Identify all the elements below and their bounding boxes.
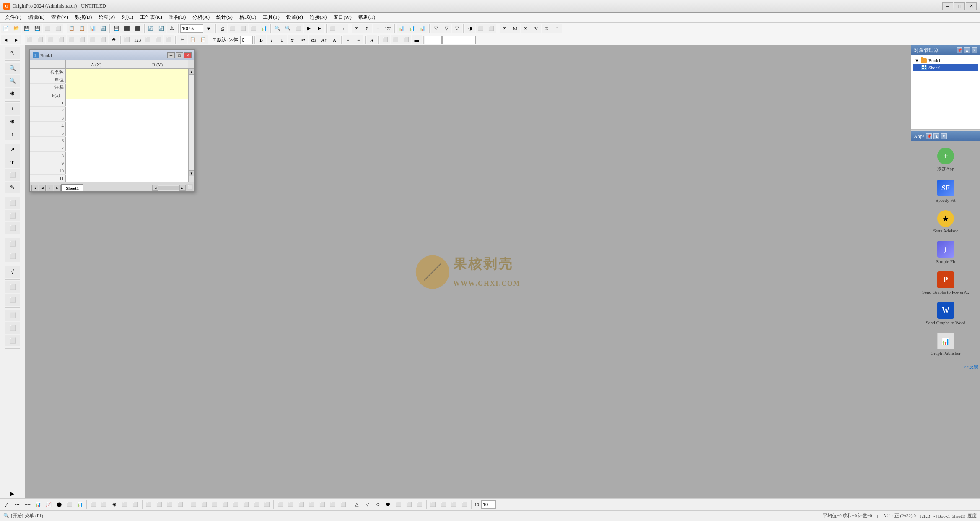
- bt31[interactable]: ⬜: [328, 500, 338, 509]
- cell-b-longname[interactable]: [127, 69, 188, 76]
- bt42[interactable]: ⬜: [449, 500, 459, 509]
- send-ppt-item[interactable]: P Send Graphs to PowerP...: [913, 268, 978, 297]
- menu-stats[interactable]: 统计(S): [213, 13, 236, 22]
- tb47[interactable]: I: [552, 24, 562, 33]
- menu-format[interactable]: 格式(O): [236, 13, 260, 22]
- bt20[interactable]: ⬜: [210, 500, 220, 509]
- draw-tool9[interactable]: ⬜: [5, 210, 20, 221]
- scrollbar-vertical[interactable]: ▲ ▼: [188, 69, 194, 176]
- tb5[interactable]: ⬜: [43, 24, 53, 33]
- menu-connect[interactable]: 连接(N): [306, 13, 330, 22]
- bt11[interactable]: ◉: [109, 500, 119, 509]
- tb29[interactable]: Σ: [352, 24, 362, 33]
- cell-a-10[interactable]: [66, 167, 127, 175]
- obj-close-btn[interactable]: ✕: [972, 47, 977, 53]
- bt34[interactable]: ▽: [362, 500, 372, 509]
- tb31[interactable]: ≡: [373, 24, 383, 33]
- cell-a-longname[interactable]: [66, 69, 127, 76]
- bt8[interactable]: 📊: [75, 500, 85, 509]
- tab-nav-first[interactable]: |◄: [31, 185, 38, 191]
- nav-btn3[interactable]: ⬜: [46, 35, 56, 44]
- draw-tool8[interactable]: ⬜: [5, 197, 20, 209]
- nav-btn1[interactable]: ⬜: [25, 35, 35, 44]
- tb10[interactable]: 🔄: [98, 24, 108, 33]
- zoom-in-tool[interactable]: 🔍: [5, 63, 20, 74]
- add-app-item[interactable]: + 添加App: [913, 145, 978, 175]
- cell-b-7[interactable]: [127, 144, 188, 152]
- tb40[interactable]: ⬜: [476, 24, 486, 33]
- menu-edit[interactable]: 编辑(E): [25, 13, 48, 22]
- book1-maximize[interactable]: □: [176, 52, 183, 58]
- nav-btn9[interactable]: ⊕: [109, 35, 119, 44]
- cell-a-1[interactable]: [66, 99, 127, 107]
- tb30[interactable]: Σ: [362, 24, 372, 33]
- bt27[interactable]: ⬜: [286, 500, 296, 509]
- scroll-up[interactable]: ▲: [189, 69, 194, 75]
- tb9[interactable]: 📊: [88, 24, 98, 33]
- format-btn3[interactable]: A: [329, 35, 340, 44]
- bt41[interactable]: ⬜: [438, 500, 449, 509]
- select-tool[interactable]: ↖: [5, 47, 20, 59]
- cell-b-4[interactable]: [127, 122, 188, 129]
- status-search[interactable]: 🔍: [3, 513, 9, 518]
- draw-tool3[interactable]: ↑: [5, 128, 20, 140]
- tb22[interactable]: 🔍: [272, 24, 283, 33]
- bt16[interactable]: ⬜: [165, 500, 175, 509]
- cell-a-4[interactable]: [66, 122, 127, 129]
- nav-btn16[interactable]: 📋: [188, 35, 198, 44]
- draw-tool15[interactable]: ⬜: [5, 294, 20, 306]
- color-btn2[interactable]: ⬜: [391, 35, 401, 44]
- pan-tool[interactable]: ⊕: [5, 88, 20, 99]
- cell-a-comment[interactable]: [66, 84, 127, 91]
- bt24[interactable]: ⬜: [251, 500, 262, 509]
- save-btn[interactable]: 💾: [22, 24, 32, 33]
- draw-tool17[interactable]: ⬜: [5, 322, 20, 334]
- obj-tree-sheet1[interactable]: Sheet1: [913, 64, 978, 71]
- nav-btn2[interactable]: ⬜: [35, 35, 45, 44]
- superscript-btn[interactable]: x²: [288, 35, 298, 44]
- apps-float-btn[interactable]: ▲: [933, 133, 939, 139]
- tb33[interactable]: 📊: [397, 24, 407, 33]
- bt38[interactable]: ⬜: [404, 500, 414, 509]
- menu-file[interactable]: 文件(F): [2, 13, 25, 22]
- nav-btn8[interactable]: ⬜: [98, 35, 108, 44]
- cell-b-8[interactable]: [127, 152, 188, 159]
- bt3[interactable]: ╌╌: [23, 500, 33, 509]
- menu-settings[interactable]: 设置(R): [283, 13, 306, 22]
- tb41[interactable]: ⬜: [486, 24, 496, 33]
- menu-analysis[interactable]: 分析(A): [189, 13, 213, 22]
- tb14[interactable]: 🔄: [146, 24, 156, 33]
- bt19[interactable]: ⬜: [199, 500, 209, 509]
- bt12[interactable]: ⬜: [120, 500, 130, 509]
- tb37[interactable]: ▽: [441, 24, 451, 33]
- tb38[interactable]: ▽: [452, 24, 462, 33]
- color-btn3[interactable]: ⬜: [401, 35, 411, 44]
- tb34[interactable]: 📊: [407, 24, 417, 33]
- nav-btn13[interactable]: ⬜: [153, 35, 163, 44]
- fill-btn[interactable]: A: [367, 35, 377, 44]
- format-btn1[interactable]: αβ: [309, 35, 319, 44]
- apps-pin-btn[interactable]: 📌: [926, 133, 932, 139]
- nav-btn5[interactable]: ⬜: [67, 35, 77, 44]
- tb32[interactable]: 123: [383, 24, 393, 33]
- bt13[interactable]: ⬜: [130, 500, 140, 509]
- cell-b-comment[interactable]: [127, 84, 188, 91]
- cell-a-5[interactable]: [66, 129, 127, 137]
- cell-a-8[interactable]: [66, 152, 127, 159]
- menu-restructure[interactable]: 重构(U): [166, 13, 189, 22]
- menu-data[interactable]: 数据(D): [72, 13, 96, 22]
- draw-tool18[interactable]: ⬜: [5, 335, 20, 346]
- tb42[interactable]: Σ: [500, 24, 510, 33]
- draw-tool2[interactable]: ⊕: [5, 116, 20, 128]
- cell-a-3[interactable]: [66, 114, 127, 122]
- bt28[interactable]: ⬜: [296, 500, 306, 509]
- underline-btn[interactable]: U: [277, 35, 287, 44]
- bt36[interactable]: ⬟: [383, 500, 393, 509]
- menu-help[interactable]: 帮助(H): [355, 13, 379, 22]
- tb26[interactable]: ▶: [314, 24, 324, 33]
- bt33[interactable]: △: [352, 500, 362, 509]
- nav-forward[interactable]: ►: [11, 35, 21, 44]
- simple-fit-item[interactable]: ∫ Simple Fit: [913, 238, 978, 267]
- cell-a-2[interactable]: [66, 107, 127, 114]
- menu-plot[interactable]: 绘图(P): [95, 13, 118, 22]
